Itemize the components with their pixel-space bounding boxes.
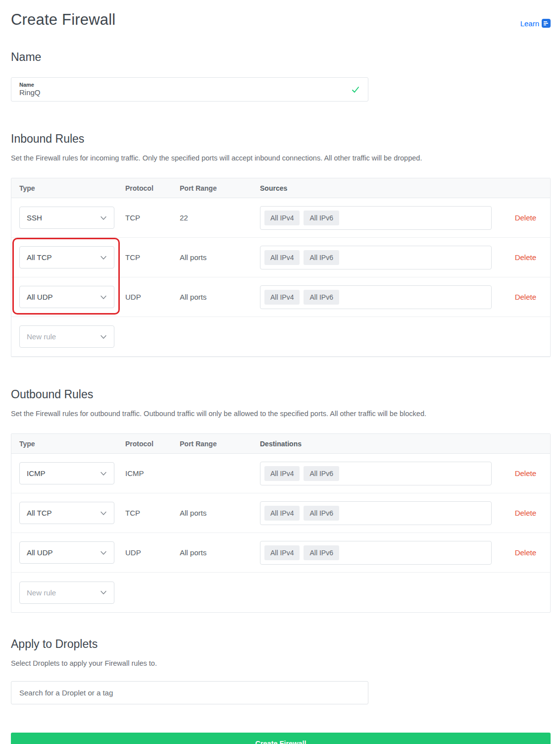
- outbound-new-rule-select[interactable]: New rule: [19, 582, 114, 604]
- inbound-protocol: UDP: [125, 293, 169, 301]
- delete-rule-link[interactable]: Delete: [515, 293, 536, 301]
- outbound-port-range: All ports: [180, 548, 249, 557]
- source-tag-all-ipv6[interactable]: All IPv6: [304, 290, 339, 305]
- outbound-rule-row-all-tcp: All TCP TCP All ports All IPv4 All IPv6 …: [11, 493, 550, 533]
- name-section-heading: Name: [11, 51, 551, 64]
- outbound-protocol: UDP: [125, 548, 169, 557]
- apply-droplets-heading: Apply to Droplets: [11, 638, 551, 651]
- source-tag-all-ipv6[interactable]: All IPv6: [304, 250, 339, 265]
- outbound-type-select-all-tcp[interactable]: All TCP: [19, 502, 114, 524]
- chevron-down-icon: [100, 589, 107, 596]
- new-rule-placeholder: New rule: [27, 588, 56, 597]
- outbound-type-value: All TCP: [27, 509, 52, 517]
- inbound-type-value: All TCP: [27, 253, 52, 262]
- learn-link[interactable]: Learn: [520, 19, 551, 29]
- chevron-down-icon: [100, 333, 107, 340]
- inbound-sources-input[interactable]: All IPv4 All IPv6: [260, 285, 492, 309]
- source-tag-all-ipv4[interactable]: All IPv4: [264, 211, 300, 225]
- firewall-name-texts: Name RingQ: [19, 82, 41, 97]
- outbound-type-select-all-udp[interactable]: All UDP: [19, 541, 114, 564]
- col-type: Type: [19, 184, 114, 192]
- outbound-destinations-input[interactable]: All IPv4 All IPv6: [260, 462, 492, 485]
- inbound-type-select-ssh[interactable]: SSH: [19, 207, 114, 229]
- learn-link-label: Learn: [520, 19, 539, 28]
- create-firewall-button[interactable]: Create Firewall: [11, 733, 551, 744]
- col-port-range: Port Range: [180, 184, 249, 192]
- chevron-down-icon: [100, 549, 107, 556]
- outbound-rules-description: Set the Firewall rules for outbound traf…: [11, 410, 551, 418]
- delete-rule-link[interactable]: Delete: [515, 469, 536, 478]
- col-destinations: Destinations: [260, 440, 492, 448]
- col-protocol: Protocol: [125, 184, 169, 192]
- outbound-destinations-input[interactable]: All IPv4 All IPv6: [260, 541, 492, 565]
- inbound-type-value: SSH: [27, 213, 42, 222]
- source-tag-all-ipv4[interactable]: All IPv4: [264, 290, 300, 305]
- chevron-down-icon: [100, 510, 107, 517]
- delete-rule-link[interactable]: Delete: [515, 213, 536, 222]
- inbound-new-rule-row: New rule: [11, 317, 550, 357]
- outbound-rule-row-all-udp: All UDP UDP All ports All IPv4 All IPv6 …: [11, 533, 550, 573]
- outbound-type-value: ICMP: [27, 469, 46, 478]
- inbound-rule-row-ssh: SSH TCP 22 All IPv4 All IPv6 Delete: [11, 198, 550, 238]
- firewall-name-field[interactable]: Name RingQ: [11, 77, 368, 102]
- inbound-port-range: All ports: [180, 293, 249, 301]
- destination-tag-all-ipv6[interactable]: All IPv6: [304, 506, 339, 521]
- col-type: Type: [19, 440, 114, 448]
- inbound-type-select-all-tcp[interactable]: All TCP: [19, 246, 114, 268]
- destination-tag-all-ipv6[interactable]: All IPv6: [304, 545, 339, 560]
- outbound-table-header: Type Protocol Port Range Destinations: [11, 434, 550, 454]
- outbound-protocol: TCP: [125, 509, 169, 517]
- source-tag-all-ipv4[interactable]: All IPv4: [264, 250, 300, 265]
- delete-rule-link[interactable]: Delete: [515, 548, 536, 557]
- destination-tag-all-ipv4[interactable]: All IPv4: [264, 506, 300, 521]
- col-port-range: Port Range: [180, 440, 249, 448]
- inbound-rules-table: Type Protocol Port Range Sources SSH TCP…: [11, 178, 551, 357]
- outbound-rule-row-icmp: ICMP ICMP All IPv4 All IPv6 Delete: [11, 454, 550, 493]
- inbound-type-select-all-udp[interactable]: All UDP: [19, 286, 114, 308]
- chevron-down-icon: [100, 254, 107, 261]
- delete-rule-link[interactable]: Delete: [515, 509, 536, 517]
- destination-tag-all-ipv4[interactable]: All IPv4: [264, 466, 300, 481]
- destination-tag-all-ipv4[interactable]: All IPv4: [264, 545, 300, 560]
- valid-check-icon: [351, 85, 360, 94]
- outbound-new-rule-row: New rule: [11, 573, 550, 612]
- docs-icon: [542, 19, 551, 28]
- page-title: Create Firewall: [11, 11, 115, 29]
- inbound-sources-input[interactable]: All IPv4 All IPv6: [260, 246, 492, 269]
- inbound-protocol: TCP: [125, 213, 169, 222]
- inbound-rules-heading: Inbound Rules: [11, 132, 551, 146]
- inbound-rule-row-all-udp: All UDP UDP All ports All IPv4 All IPv6 …: [11, 277, 550, 317]
- inbound-new-rule-select[interactable]: New rule: [19, 325, 114, 348]
- source-tag-all-ipv6[interactable]: All IPv6: [304, 211, 339, 225]
- chevron-down-icon: [100, 214, 107, 221]
- inbound-rules-description: Set the Firewall rules for incoming traf…: [11, 154, 551, 162]
- chevron-down-icon: [100, 470, 107, 477]
- create-firewall-page: Create Firewall Learn Name Name RingQ In…: [0, 0, 560, 744]
- chevron-down-icon: [100, 294, 107, 301]
- inbound-sources-input[interactable]: All IPv4 All IPv6: [260, 206, 492, 230]
- outbound-type-select-icmp[interactable]: ICMP: [19, 462, 114, 484]
- page-header: Create Firewall Learn: [11, 11, 551, 29]
- droplet-search-input[interactable]: [11, 681, 368, 704]
- firewall-name-label: Name: [19, 82, 41, 88]
- outbound-rules-table: Type Protocol Port Range Destinations IC…: [11, 433, 551, 613]
- col-protocol: Protocol: [125, 440, 169, 448]
- firewall-name-value: RingQ: [19, 88, 41, 97]
- outbound-protocol: ICMP: [125, 469, 169, 478]
- inbound-rule-row-all-tcp: All TCP TCP All ports All IPv4 All IPv6 …: [11, 238, 550, 277]
- outbound-type-value: All UDP: [27, 548, 53, 557]
- destination-tag-all-ipv6[interactable]: All IPv6: [304, 466, 339, 481]
- outbound-port-range: All ports: [180, 509, 249, 517]
- apply-droplets-description: Select Droplets to apply your Firewall r…: [11, 659, 551, 667]
- inbound-port-range: 22: [180, 213, 249, 222]
- new-rule-placeholder: New rule: [27, 332, 56, 341]
- outbound-rules-heading: Outbound Rules: [11, 388, 551, 401]
- inbound-table-header: Type Protocol Port Range Sources: [11, 178, 550, 198]
- inbound-protocol: TCP: [125, 253, 169, 262]
- inbound-type-value: All UDP: [27, 293, 53, 301]
- inbound-port-range: All ports: [180, 253, 249, 262]
- col-sources: Sources: [260, 184, 492, 192]
- outbound-destinations-input[interactable]: All IPv4 All IPv6: [260, 501, 492, 525]
- delete-rule-link[interactable]: Delete: [515, 253, 536, 262]
